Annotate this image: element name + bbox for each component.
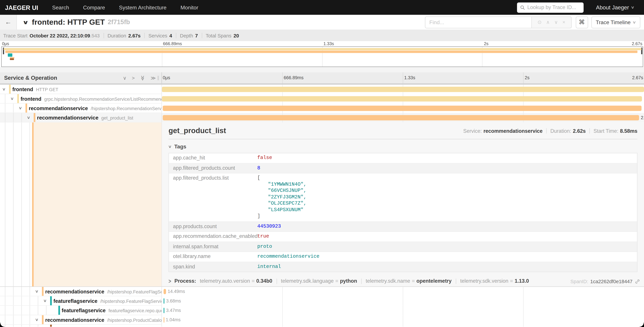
nav-item-monitor[interactable]: Monitor — [180, 4, 198, 10]
span-bar[interactable] — [163, 106, 641, 111]
duration-label: Duration: — [550, 128, 571, 134]
span-timeline-cell[interactable]: 3.47ms — [162, 306, 644, 315]
span-name-cell[interactable]: ∨frontendgrpc.hipstershop.Recommendation… — [0, 94, 162, 104]
service-operation-header: Service & Operation ∨ > ≫ ≫ ∥ — [0, 72, 162, 84]
span-row[interactable]: ∨recommendationservice/hipstershop.Produ… — [0, 315, 644, 325]
divider — [168, 139, 638, 139]
tag-row[interactable]: app.filtered_products.list["1YMWWN1N4O",… — [169, 174, 637, 222]
span-row[interactable]: ∨featureflagservice/hipstershop.FeatureF… — [0, 296, 644, 306]
span-bar[interactable] — [164, 298, 164, 304]
span-name-cell[interactable]: featureflagservicefeatureflagservice.rep… — [0, 306, 162, 315]
span-row[interactable] — [0, 325, 644, 327]
span-name-cell[interactable]: ∨recommendationservice/hipstershop.Produ… — [0, 315, 162, 325]
collapse-children-icon[interactable]: ∨ — [27, 115, 30, 120]
span-timeline-cell[interactable] — [162, 104, 644, 113]
span-name-cell[interactable]: ∨featureflagservice/hipstershop.FeatureF… — [0, 296, 162, 306]
span-bar[interactable] — [164, 317, 164, 323]
nav-item-compare[interactable]: Compare — [83, 4, 105, 10]
span-timeline-cell[interactable]: 2.62s — [162, 113, 644, 122]
tag-value: ["1YMWWN1N4O","66VCHSJNUP","2ZYFJ3GM2N",… — [253, 174, 637, 221]
span-name-cell[interactable]: ∨recommendationservice/hipstershop.Recom… — [0, 104, 162, 113]
tree-controls: ∨ > ≫ ≫ — [123, 72, 156, 84]
about-jaeger-menu[interactable]: About Jaeger ∨ — [596, 4, 634, 10]
span-bar[interactable] — [164, 308, 164, 313]
tag-key: app.filtered_products.list — [169, 174, 253, 221]
span-timeline-cell[interactable]: 1.04ms — [162, 315, 644, 325]
span-bar[interactable] — [162, 96, 642, 102]
span-timeline-cell[interactable] — [162, 84, 644, 94]
trace-lookup-box[interactable] — [517, 2, 584, 12]
tag-row[interactable]: internal.span.formatproto — [169, 242, 637, 252]
span-name-cell[interactable]: ∨frontendHTTP GET — [0, 84, 162, 94]
span-timeline-cell[interactable]: 3.68ms — [162, 296, 644, 306]
collapse-all-icon[interactable]: ≫ — [140, 75, 146, 80]
span-duration-label: 1.04ms — [166, 315, 180, 325]
focus-match-icon[interactable]: ⊙ — [538, 19, 542, 25]
span-name-cell[interactable]: ∨recommendationserviceget_product_list — [0, 113, 162, 122]
span-timeline-cell[interactable] — [162, 94, 644, 104]
trace-lookup-input[interactable] — [527, 4, 580, 10]
clear-find-icon[interactable]: × — [562, 19, 565, 25]
trace-collapse-icon[interactable]: ∨ — [22, 19, 29, 25]
span-row[interactable]: ∨recommendationservice/hipstershop.Featu… — [0, 287, 644, 296]
operation-name: /hipstershop.FeatureFlagService/Ge... — [100, 299, 162, 304]
span-bar[interactable] — [163, 289, 166, 294]
prev-match-icon[interactable]: ∧ — [546, 19, 550, 25]
process-value: 1.13.0 — [515, 278, 529, 284]
tag-row[interactable]: otel.library.namerecommendationservice — [169, 252, 637, 262]
keyboard-shortcuts-button[interactable]: ⌘ — [576, 16, 588, 28]
nav-item-search[interactable]: Search — [52, 4, 69, 10]
span-timeline-cell[interactable]: 14.49ms — [162, 287, 644, 296]
column-resizer-handle[interactable]: ∥ — [157, 72, 159, 84]
process-value: opentelemetry — [416, 278, 452, 284]
collapse-children-icon[interactable]: ∨ — [35, 289, 38, 294]
tag-row[interactable]: span.kindinternal — [169, 262, 637, 272]
span-operation-title: get_product_list — [168, 126, 226, 135]
list-item: "2ZYFJ3GM2N", — [257, 194, 633, 200]
indent-guide — [30, 325, 30, 327]
collapse-one-icon[interactable]: ∨ — [123, 75, 126, 81]
tags-table: app.cache_hitfalseapp.filtered_products.… — [168, 153, 638, 272]
depth-label: Depth — [180, 33, 193, 38]
next-match-icon[interactable]: ∨ — [554, 19, 558, 25]
divider — [590, 128, 590, 134]
indent-guide — [21, 306, 22, 315]
tag-row[interactable]: app.filtered_products.count8 — [169, 163, 637, 174]
span-row[interactable]: ∨frontendgrpc.hipstershop.Recommendation… — [0, 94, 644, 104]
span-row[interactable]: ∨recommendationserviceget_product_list2.… — [0, 113, 644, 122]
tag-row[interactable]: app.cache_hitfalse — [169, 153, 637, 163]
span-bar[interactable] — [162, 87, 644, 92]
collapse-children-icon[interactable]: ∨ — [35, 317, 38, 322]
indent-guide — [5, 122, 5, 286]
tag-value: 8 — [253, 163, 637, 173]
span-row[interactable]: ∨frontendHTTP GET — [0, 84, 644, 94]
span-bar[interactable] — [163, 115, 639, 120]
span-timeline-cell[interactable] — [162, 325, 644, 327]
span-name: featureflagservicefeatureflagservice.rep… — [0, 306, 162, 314]
trace-minimap[interactable] — [1, 46, 643, 67]
collapse-children-icon[interactable]: ∨ — [43, 298, 47, 303]
expand-one-icon[interactable]: > — [132, 75, 135, 81]
span-name-cell[interactable] — [0, 325, 162, 327]
list-item: "66VCHSJNUP", — [257, 188, 633, 194]
axis-tick: 666.89ms — [284, 72, 304, 84]
collapse-children-icon[interactable]: ∨ — [10, 96, 14, 101]
tag-row[interactable]: app.recommendation.cache_enabledtrue — [169, 232, 637, 242]
timeline-axis[interactable]: 0μs666.89ms1.33s2s2.67s — [162, 72, 644, 84]
collapse-children-icon[interactable]: ∨ — [18, 106, 22, 110]
span-name-cell[interactable]: ∨recommendationservice/hipstershop.Featu… — [0, 287, 162, 296]
back-button[interactable]: ← — [0, 15, 17, 30]
collapse-children-icon[interactable]: ∨ — [2, 87, 6, 91]
trace-view-select[interactable]: Trace Timeline ∨ — [591, 16, 640, 28]
span-row[interactable]: featureflagservicefeatureflagservice.rep… — [0, 306, 644, 315]
jaeger-logo[interactable]: JAEGER UI — [5, 4, 38, 11]
find-input[interactable] — [425, 16, 532, 28]
span-row[interactable]: ∨recommendationservice/hipstershop.Recom… — [0, 104, 644, 113]
tag-row[interactable]: app.products.count44530923 — [169, 222, 637, 232]
nav-item-system-architecture[interactable]: System Architecture — [119, 4, 166, 10]
process-row[interactable]: > Process: telemetry.auto.version=0.34b0… — [168, 278, 638, 284]
operation-name: /hipstershop.FeatureFlagService... — [107, 289, 162, 294]
expand-all-icon[interactable]: ≫ — [150, 75, 156, 81]
link-icon[interactable] — [635, 279, 640, 284]
tags-section-toggle[interactable]: ∨ Tags — [168, 143, 638, 150]
